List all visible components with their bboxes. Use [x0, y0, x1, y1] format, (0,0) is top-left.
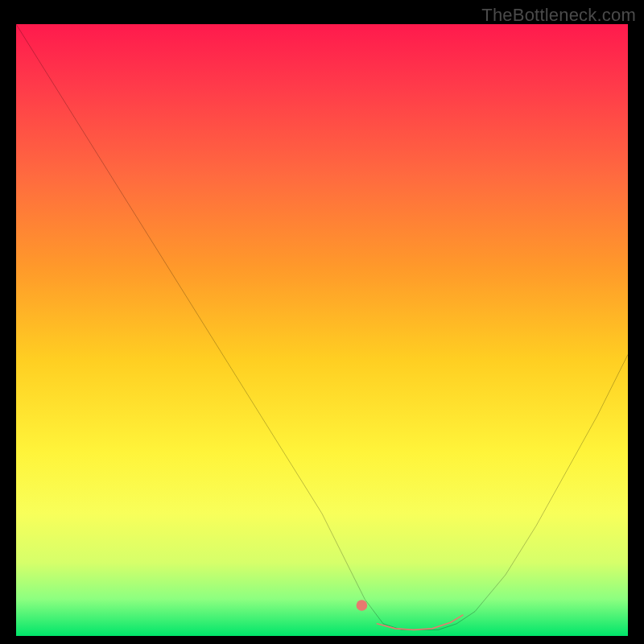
plot-area	[16, 24, 628, 636]
highlight-dot	[357, 600, 368, 611]
highlight-segment	[377, 615, 462, 630]
chart-wrapper: TheBottleneck.com	[0, 0, 644, 644]
curve-layer	[16, 24, 628, 636]
curve-path	[16, 24, 628, 630]
watermark-text: TheBottleneck.com	[481, 5, 636, 26]
